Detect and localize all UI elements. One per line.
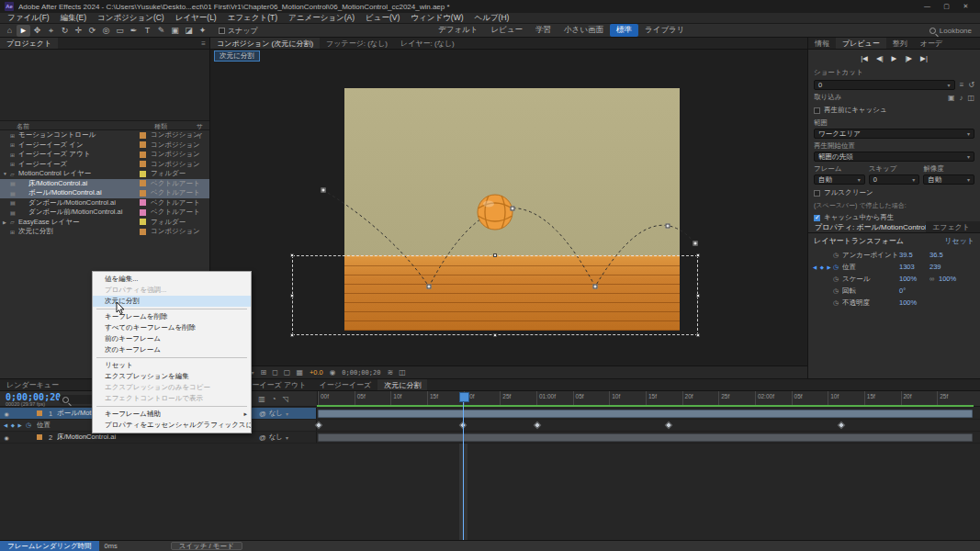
property-row[interactable]: ◀ ◆ ▶ ◷ 位置 1303 ∞ 239 — [808, 261, 980, 273]
panel-tab[interactable]: エフェクト — [926, 221, 976, 232]
viewer-tab[interactable]: フッテージ: (なし) — [320, 38, 394, 49]
bbox-handle[interactable] — [696, 253, 700, 257]
column-type[interactable]: 種類 — [154, 122, 167, 131]
pan-camera-tool[interactable]: ✛ — [72, 25, 85, 37]
grid-guides-icon[interactable]: ⊞ — [260, 368, 266, 377]
transport-button[interactable]: ◀| — [876, 54, 884, 62]
label-color-chip[interactable] — [140, 209, 146, 216]
parent-link-dropdown[interactable]: @ なし ▾ — [259, 433, 316, 442]
bbox-handle[interactable] — [290, 294, 294, 298]
stopwatch-icon[interactable]: ◷ — [833, 287, 842, 295]
label-color-chip[interactable] — [140, 190, 146, 197]
exposure-control[interactable]: +0.0 — [310, 368, 323, 377]
layer-selection-bounding-box[interactable] — [292, 255, 698, 335]
motion-blur-icon[interactable]: ◔ — [272, 395, 276, 403]
label-color-chip[interactable] — [140, 152, 146, 158]
layer-duration-bar[interactable] — [318, 433, 973, 442]
eye-icon[interactable]: ◉ — [2, 410, 11, 417]
モーションコントロール[interactable]: ⊞ モーションコントロール コンポジション — [0, 130, 209, 141]
context-menu-item[interactable]: エクスプレッションのみをコピー — [93, 382, 251, 393]
stopwatch-icon[interactable]: ◷ — [833, 264, 842, 271]
context-menu-item[interactable]: 次のキーフレーム — [93, 344, 251, 355]
edit-shortcut-icon[interactable]: ≡ — [960, 81, 964, 89]
context-menu-item[interactable] — [96, 357, 247, 358]
property-value-x[interactable]: 1303 — [899, 263, 929, 271]
fast-preview-icon[interactable]: ≋ — [387, 368, 393, 377]
workspace-tab[interactable]: 小さい画面 — [558, 24, 610, 37]
puppet-tool[interactable]: ✦ — [196, 25, 209, 37]
pen-tool[interactable]: ✒ — [127, 25, 141, 37]
context-menu-item[interactable]: プロパティをエッセンシャルグラフィックスに追加 — [93, 420, 251, 431]
timeline-tab[interactable]: 次元に分割 — [377, 379, 427, 390]
MotionControl レイヤー[interactable]: ▼ ▱ MotionControl レイヤー フォルダー — [0, 169, 209, 179]
ダンボール/MotionControl.ai[interactable]: ▤ ダンボール/MotionControl.ai ベクトルアート — [0, 198, 209, 208]
close-button[interactable]: ✕ — [956, 3, 975, 10]
orbit-camera-tool[interactable]: ↻ — [58, 25, 72, 37]
motion-path-keyframe[interactable] — [693, 242, 698, 246]
cache-before-playback-checkbox[interactable] — [814, 107, 820, 114]
tab-project[interactable]: プロジェクト — [0, 38, 58, 49]
ボール/MotionControl.ai[interactable]: ▤ ボール/MotionControl.ai ベクトルアート — [0, 188, 209, 198]
item-name[interactable]: ダンボール前/MotionControl.ai — [18, 208, 140, 217]
snap-toggle[interactable]: スナップ — [219, 26, 258, 36]
イージーイーズ アウト[interactable]: ⊞ イージーイーズ アウト コンポジション — [0, 150, 209, 160]
context-menu-item[interactable]: キーフレーム補助 — [93, 409, 251, 420]
layer-duration-bar[interactable] — [318, 410, 973, 418]
home-tool[interactable]: ⌂ — [3, 25, 17, 37]
menu-item[interactable]: ビュー(V) — [360, 13, 405, 24]
shape-tool[interactable]: ▭ — [113, 25, 127, 37]
frame-blending-icon[interactable]: ▥ — [258, 395, 265, 403]
workspace-tab[interactable]: 学習 — [529, 24, 558, 37]
item-name[interactable]: モーションコントロール — [18, 130, 140, 140]
panel-menu-icon[interactable]: ≡ — [197, 38, 209, 49]
menu-item[interactable]: アニメーション(A) — [283, 13, 360, 24]
label-color-chip[interactable] — [140, 199, 146, 206]
viewer-tab[interactable]: レイヤー: (なし) — [394, 38, 461, 49]
viewer-timecode[interactable]: 0;00;00;20 — [342, 369, 380, 377]
item-name[interactable]: MotionControl レイヤー — [18, 169, 140, 178]
layer-label-chip[interactable] — [37, 434, 42, 440]
keyframe-diamond[interactable] — [315, 422, 322, 429]
text-tool[interactable]: T — [141, 25, 154, 37]
次元に分割[interactable]: ⊞ 次元に分割 コンポジション — [0, 227, 209, 237]
workspace-tab[interactable]: レビュー — [485, 24, 530, 37]
hand-tool[interactable]: ✥ — [30, 25, 44, 37]
イージーイーズ[interactable]: ⊞ イージーイーズ コンポジション — [0, 160, 209, 170]
workspace-tab[interactable]: ライブラリ — [638, 24, 692, 37]
ダンボール前/MotionControl.ai[interactable]: ▤ ダンボール前/MotionControl.ai ベクトルアート — [0, 208, 209, 218]
current-time-indicator[interactable] — [463, 392, 464, 540]
item-name[interactable]: 次元に分割 — [18, 227, 140, 236]
eraser-tool[interactable]: ◪ — [182, 25, 196, 37]
fullscreen-checkbox[interactable] — [814, 190, 820, 197]
panel-tab[interactable]: プロパティ: ボール/MotionControl.ai — [808, 221, 926, 232]
property-row[interactable]: ◀ ◆ ▶ ◷ スケール 100% ∞ 100% — [808, 273, 980, 285]
bbox-handle[interactable] — [290, 333, 294, 337]
snap-checkbox[interactable] — [219, 28, 225, 34]
panel-tab[interactable]: 整列 — [886, 38, 914, 49]
menu-item[interactable]: ファイル(F) — [2, 13, 55, 24]
preview-option-select[interactable]: 0▾ — [869, 174, 920, 185]
menu-item[interactable]: ウィンドウ(W) — [405, 13, 468, 24]
label-color-chip[interactable] — [140, 180, 146, 186]
menu-item[interactable]: ヘルプ(H) — [469, 13, 515, 24]
link-dimensions-icon[interactable]: ∞ — [929, 275, 939, 283]
item-name[interactable]: イージーイーズ イン — [18, 141, 140, 150]
workspace-tab[interactable]: 標準 — [610, 24, 638, 37]
eye-icon[interactable]: ◉ — [2, 434, 11, 441]
brush-tool[interactable]: ✎ — [154, 25, 168, 37]
motion-path-keyframe[interactable] — [666, 224, 670, 229]
item-name[interactable]: イージーイーズ — [18, 160, 140, 169]
stopwatch-icon[interactable]: ◷ — [833, 276, 842, 283]
transport-button[interactable]: |◀ — [861, 54, 868, 62]
timeline-tab[interactable]: レンダーキュー — [0, 379, 65, 390]
cache-before-playback-option[interactable]: 再生前にキャッシュ — [814, 106, 974, 115]
view-layout-icon[interactable]: ◫ — [399, 368, 406, 377]
snapshot-icon[interactable]: ◉ — [330, 368, 336, 377]
property-value-x[interactable]: 0° — [899, 287, 929, 295]
property-value-y[interactable]: 239 — [929, 263, 960, 271]
resume-checkbox[interactable] — [814, 215, 820, 221]
context-menu-item[interactable]: エクスプレッションを編集 — [93, 371, 251, 382]
property-value-x[interactable]: 100% — [899, 298, 929, 307]
project-column-headers[interactable]: 名前 種類 サイ — [0, 121, 209, 130]
bbox-handle[interactable] — [290, 253, 294, 257]
